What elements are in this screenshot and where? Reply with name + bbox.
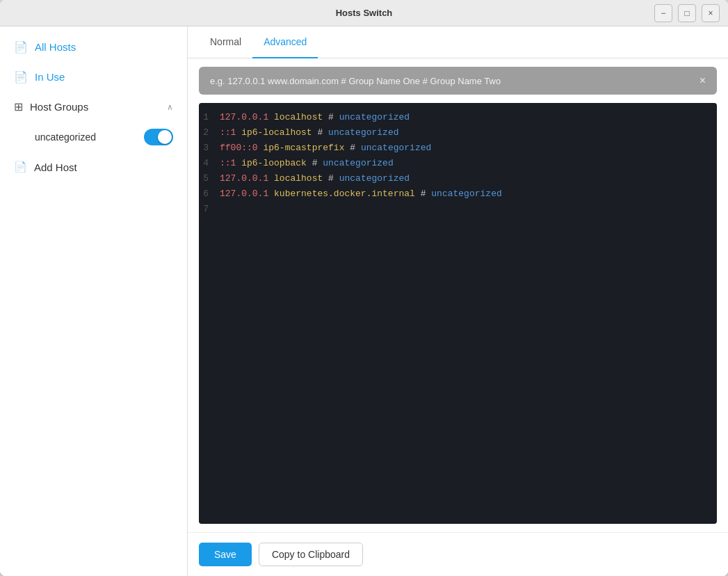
line-number: 6 [199,189,220,199]
line-number: 3 [199,143,220,153]
hint-close-button[interactable]: × [699,75,706,86]
hint-text: e.g. 127.0.0.1 www.domain.com # Group Na… [210,76,501,86]
maximize-button[interactable]: □ [678,4,696,22]
code-editor[interactable]: 1127.0.0.1 localhost # uncategorized2::1… [199,103,717,524]
right-panel: Normal Advanced e.g. 127.0.0.1 www.domai… [188,26,728,576]
titlebar: Hosts Switch − □ × [0,0,728,26]
save-button[interactable]: Save [199,543,252,566]
minimize-button[interactable]: − [654,4,672,22]
add-file-icon: 📄 [14,161,27,173]
chevron-up-icon: ∧ [167,102,173,112]
sidebar-item-in-use[interactable]: 📄 In Use [0,62,187,92]
tab-advanced[interactable]: Advanced [252,26,318,58]
file-check-icon: 📄 [14,70,28,83]
all-hosts-label: All Hosts [35,41,76,53]
minimize-icon: − [661,8,665,18]
host-groups-label: Host Groups [30,101,160,113]
uncategorized-toggle[interactable] [144,129,173,145]
line-number: 7 [199,204,220,214]
main-content: 📄 All Hosts 📄 In Use ⊞ Host Groups ∧ unc… [0,26,728,576]
line-number: 1 [199,112,220,122]
sidebar-item-all-hosts[interactable]: 📄 All Hosts [0,32,187,62]
code-line: 3ff00::0 ip6-mcastprefix # uncategorized [199,142,717,157]
code-line: 6127.0.0.1 kubernetes.docker.internal # … [199,188,717,203]
line-content: 127.0.0.1 kubernetes.docker.internal # u… [220,189,502,199]
maximize-icon: □ [684,8,689,18]
tabs-bar: Normal Advanced [188,26,728,58]
close-icon: × [708,8,713,18]
close-button[interactable]: × [702,4,720,22]
footer-bar: Save Copy to Clipboard [188,532,728,576]
code-line: 7 [199,203,717,218]
code-line: 1127.0.0.1 localhost # uncategorized [199,111,717,127]
line-content: 127.0.0.1 localhost # uncategorized [220,173,410,184]
grid-icon: ⊞ [14,100,23,113]
line-content: 127.0.0.1 localhost # uncategorized [220,112,410,122]
panel-content: e.g. 127.0.0.1 www.domain.com # Group Na… [188,58,728,532]
sidebar-item-add-host[interactable]: 📄 Add Host [0,152,187,182]
line-content: ::1 ip6-loopback # uncategorized [220,158,394,168]
app-window: Hosts Switch − □ × 📄 All Hosts 📄 In Use [0,0,728,576]
in-use-label: In Use [35,71,65,83]
line-content: ::1 ip6-localhost # uncategorized [220,127,399,138]
line-number: 4 [199,158,220,168]
sidebar: 📄 All Hosts 📄 In Use ⊞ Host Groups ∧ unc… [0,26,188,576]
sidebar-group-uncategorized[interactable]: uncategorized [0,122,187,152]
line-number: 5 [199,173,220,184]
copy-to-clipboard-button[interactable]: Copy to Clipboard [259,543,363,566]
window-controls: − □ × [654,4,720,22]
code-line: 4::1 ip6-loopback # uncategorized [199,157,717,173]
tab-normal[interactable]: Normal [199,26,252,58]
code-line: 2::1 ip6-localhost # uncategorized [199,127,717,142]
add-host-label: Add Host [34,161,77,173]
hint-bar: e.g. 127.0.0.1 www.domain.com # Group Na… [199,67,717,95]
code-line: 5127.0.0.1 localhost # uncategorized [199,173,717,188]
sidebar-item-host-groups[interactable]: ⊞ Host Groups ∧ [0,92,187,122]
line-content: ff00::0 ip6-mcastprefix # uncategorized [220,143,431,153]
line-number: 2 [199,127,220,138]
uncategorized-label: uncategorized [35,131,137,143]
window-title: Hosts Switch [336,8,393,18]
file-icon: 📄 [14,40,28,54]
